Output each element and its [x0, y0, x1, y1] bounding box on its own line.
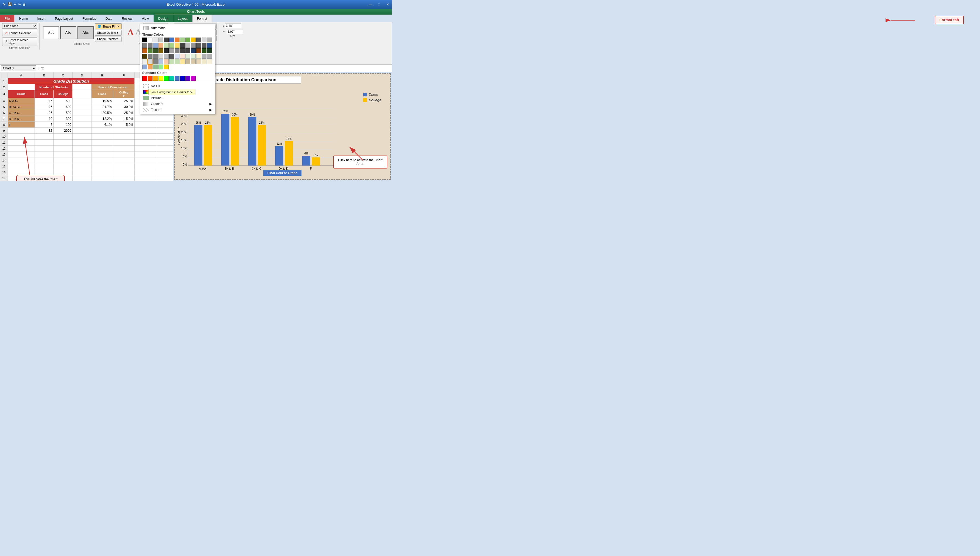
theme-color-swatch[interactable] [180, 43, 185, 48]
pct-college-f[interactable]: 5.0% [113, 122, 135, 128]
size-height-input[interactable] [225, 23, 241, 28]
standard-color-swatch[interactable] [185, 76, 190, 81]
theme-color-swatch[interactable] [169, 37, 174, 42]
theme-color-swatch[interactable] [148, 43, 153, 48]
theme-color-swatch[interactable] [191, 54, 196, 58]
theme-color-swatch[interactable] [185, 59, 190, 64]
picture-option[interactable]: Picture... [141, 95, 214, 101]
theme-color-swatch[interactable] [180, 59, 185, 64]
theme-color-swatch[interactable] [180, 48, 185, 53]
theme-color-swatch[interactable] [185, 43, 190, 48]
theme-color-swatch[interactable] [196, 48, 201, 53]
chart-element-dropdown[interactable]: Chart Area [2, 23, 37, 29]
theme-color-swatch[interactable] [153, 59, 158, 64]
redo-icon[interactable]: ↪ [18, 2, 21, 6]
standard-color-swatch[interactable] [158, 76, 163, 81]
tab-format[interactable]: Format [192, 15, 212, 22]
grade-f[interactable]: F [8, 122, 35, 128]
theme-color-swatch[interactable] [207, 48, 212, 53]
theme-color-swatch[interactable] [158, 59, 163, 64]
pct-class-b[interactable]: 31.7% [92, 104, 113, 110]
grade-b[interactable]: B+ to B- [8, 104, 35, 110]
theme-color-swatch[interactable] [201, 37, 206, 42]
theme-color-swatch[interactable] [196, 54, 201, 58]
theme-color-swatch[interactable] [175, 59, 179, 64]
theme-color-swatch[interactable] [158, 54, 163, 58]
grade-a[interactable]: A to A- [8, 98, 35, 104]
minimize-btn[interactable]: — [366, 0, 375, 9]
maximize-btn[interactable]: □ [375, 0, 383, 9]
pct-college-a[interactable]: 25.0% [113, 98, 135, 104]
table-row[interactable]: 8 F 5 100 6.1% 5.0% [0, 122, 173, 128]
col-header-e[interactable]: E [92, 73, 113, 78]
theme-color-swatch[interactable] [164, 59, 169, 64]
gradient-option[interactable]: Gradient ▶ [141, 101, 214, 107]
theme-color-swatch[interactable] [158, 48, 163, 53]
theme-color-swatch[interactable] [207, 43, 212, 48]
theme-color-swatch[interactable] [180, 37, 185, 42]
col-header-c[interactable]: C [54, 73, 73, 78]
reset-style-btn[interactable]: ↺ Reset to Match Style [2, 37, 37, 46]
shape-style-2[interactable]: Abc [60, 26, 76, 39]
shape-style-1[interactable]: Abc [43, 26, 59, 39]
theme-color-swatch[interactable] [153, 43, 158, 48]
function-icon[interactable]: ƒx [40, 66, 44, 70]
pct-class-f[interactable]: 6.1% [92, 122, 113, 128]
shape-effects-btn[interactable]: Shape Effects ▾ [95, 36, 122, 42]
theme-color-swatch[interactable] [148, 37, 153, 42]
theme-color-swatch[interactable] [207, 54, 212, 58]
no-fill-option[interactable]: No Fill [141, 83, 214, 89]
standard-color-swatch[interactable] [142, 76, 147, 81]
pct-class-a[interactable]: 19.5% [92, 98, 113, 104]
theme-color-swatch[interactable] [148, 59, 153, 64]
college-c[interactable]: 500 [54, 110, 73, 116]
theme-color-swatch[interactable] [158, 65, 163, 70]
tab-data[interactable]: Data [101, 15, 117, 22]
standard-color-swatch[interactable] [175, 76, 179, 81]
theme-color-swatch[interactable] [196, 43, 201, 48]
table-row[interactable]: 7 D+ to D- 10 300 12.2% 15.0% [0, 116, 173, 122]
theme-color-swatch[interactable] [175, 54, 179, 58]
tab-formulas[interactable]: Formulas [78, 15, 101, 22]
theme-color-swatch[interactable] [191, 37, 196, 42]
close-btn[interactable]: ✕ [383, 0, 392, 9]
pct-college-c[interactable]: 25.0% [113, 110, 135, 116]
class-c[interactable]: 25 [35, 110, 54, 116]
theme-color-swatch[interactable] [158, 37, 163, 42]
theme-color-swatch[interactable] [169, 43, 174, 48]
standard-color-swatch[interactable] [180, 76, 185, 81]
wordart-a-icon[interactable]: A [127, 27, 134, 37]
automatic-option[interactable]: Automatic [141, 25, 214, 31]
theme-color-swatch[interactable] [191, 43, 196, 48]
tab-home[interactable]: Home [15, 15, 32, 22]
pct-college-b[interactable]: 30.0% [113, 104, 135, 110]
pct-college-d[interactable]: 15.0% [113, 116, 135, 122]
shape-outline-btn[interactable]: Shape Outline ▾ [95, 30, 122, 36]
theme-color-swatch[interactable] [207, 59, 212, 64]
theme-color-swatch[interactable] [142, 59, 147, 64]
save-icon[interactable]: 💾 [8, 2, 12, 6]
pct-class-c[interactable]: 30.5% [92, 110, 113, 116]
theme-color-swatch[interactable] [153, 48, 158, 53]
college-d[interactable]: 300 [54, 116, 73, 122]
total-class[interactable]: 82 [35, 128, 54, 134]
shape-fill-btn[interactable]: 🪣 Shape Fill ▾ [95, 23, 122, 29]
theme-color-swatch[interactable] [164, 37, 169, 42]
tab-review[interactable]: Review [117, 15, 137, 22]
formula-input[interactable] [45, 66, 391, 71]
college-b[interactable]: 600 [54, 104, 73, 110]
grade-d[interactable]: D+ to D- [8, 116, 35, 122]
print-icon[interactable]: 🖨 [23, 2, 26, 6]
standard-color-swatch[interactable] [191, 76, 196, 81]
theme-color-swatch[interactable] [148, 48, 153, 53]
tab-view[interactable]: View [137, 15, 153, 22]
class-a[interactable]: 16 [35, 98, 54, 104]
theme-color-swatch[interactable] [153, 37, 158, 42]
tab-page-layout[interactable]: Page Layout [50, 15, 77, 22]
tab-file[interactable]: File [0, 15, 14, 22]
theme-color-swatch[interactable] [175, 48, 179, 53]
theme-color-swatch[interactable] [175, 43, 179, 48]
standard-color-swatch[interactable] [164, 76, 169, 81]
theme-color-swatch[interactable] [185, 37, 190, 42]
standard-color-swatch[interactable] [169, 76, 174, 81]
